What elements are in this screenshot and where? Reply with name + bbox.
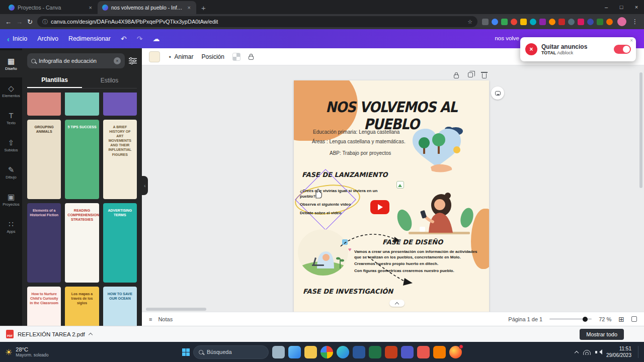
extension-icon[interactable] (482, 19, 489, 25)
reload-icon[interactable]: ↻ (27, 18, 33, 26)
collapse-panel-pill[interactable] (389, 300, 405, 307)
sidebar-item-diseno[interactable]: ▦ Diseño (0, 50, 22, 77)
redo-icon[interactable]: ↷ (137, 35, 143, 43)
background-color-swatch[interactable] (149, 51, 160, 62)
tab-estilos[interactable]: Estilos (82, 72, 137, 88)
zoom-slider-knob[interactable] (583, 317, 588, 322)
filter-icon[interactable] (129, 57, 137, 64)
edge-icon[interactable] (337, 346, 349, 358)
extension-icon[interactable] (501, 19, 508, 25)
delete-page-icon[interactable] (482, 73, 487, 78)
close-tab-icon[interactable]: × (88, 5, 93, 11)
extension-icon[interactable] (558, 19, 565, 25)
download-file-name[interactable]: REFLEXIÓN TAREA 2.pdf (18, 331, 85, 337)
extension-icon[interactable] (578, 19, 584, 25)
sidebar-item-apps[interactable]: ∷ Apps (0, 213, 22, 240)
design-title[interactable]: nos volve (495, 35, 519, 41)
home-button[interactable]: Inicio (13, 35, 27, 42)
template-thumbnail[interactable]: READING COMPREHENSION STRATEGIES (65, 203, 99, 283)
extension-icon[interactable] (539, 19, 546, 25)
extension-icon[interactable] (530, 19, 536, 25)
powerpoint-icon[interactable] (385, 346, 397, 358)
wifi-icon[interactable] (583, 349, 591, 355)
show-all-downloads-button[interactable]: Mostrar todo (580, 329, 624, 340)
tab-proyectos[interactable]: Proyectos - Canva × (4, 1, 98, 14)
extension-icon[interactable] (511, 19, 517, 25)
template-thumbnail[interactable]: Elements of a Historical Fiction (27, 203, 61, 283)
lock-page-icon[interactable] (454, 74, 459, 78)
taskbar-clock[interactable]: 11:51 29/06/2023 (606, 345, 631, 358)
excel-icon[interactable] (369, 346, 381, 358)
horizontal-scrollbar[interactable] (146, 308, 206, 311)
youtube-play-button[interactable] (370, 200, 389, 214)
template-thumbnail[interactable]: A BRIEF HISTORY OF ART MOVEMENTS AND THE… (103, 120, 137, 199)
vlc-icon[interactable] (433, 346, 446, 358)
forward-icon[interactable]: → (16, 18, 23, 26)
template-thumbnail[interactable] (65, 93, 99, 116)
phase-diseno-title[interactable]: FASE DE DISEÑO (382, 238, 443, 246)
hidden-icons-chevron[interactable] (575, 350, 579, 354)
extension-icon[interactable] (520, 19, 527, 25)
search-input[interactable] (39, 58, 111, 64)
maximize-button[interactable]: □ (614, 0, 629, 14)
tab-plantillas[interactable]: Plantillas (27, 72, 82, 88)
panel-collapse-handle[interactable]: ‹ (142, 176, 148, 195)
close-window-button[interactable]: × (629, 0, 644, 14)
woman-laptop-illustration[interactable] (298, 229, 348, 276)
phase-lanzamiento-title[interactable]: FASE DE LANZAMIENTO (302, 171, 388, 178)
close-tab-icon[interactable]: × (187, 5, 192, 11)
fullscreen-icon[interactable] (631, 316, 637, 322)
minimize-button[interactable]: – (599, 0, 614, 14)
back-icon[interactable]: ← (5, 18, 12, 26)
file-explorer-icon[interactable] (304, 346, 317, 358)
teams-icon[interactable] (401, 346, 414, 358)
resize-button[interactable]: Redimensionar (68, 35, 111, 42)
tab-design[interactable]: nos volvemos al pueblo - Infogr × (98, 1, 196, 14)
extension-icon[interactable] (568, 19, 575, 25)
profile-avatar[interactable] (617, 17, 626, 26)
canvas-area[interactable]: NOS VOLVEMOS AL PUEBLO Educación primari… (142, 65, 644, 312)
show-desktop-strip[interactable] (638, 346, 639, 358)
volume-icon[interactable] (595, 349, 602, 355)
adblock-toggle[interactable] (614, 45, 631, 54)
zoom-slider[interactable] (549, 318, 592, 320)
task-view-icon[interactable] (272, 346, 285, 358)
taskbar-search[interactable]: Búsqueda (193, 345, 269, 359)
bookmark-star-icon[interactable]: ☆ (467, 19, 472, 25)
template-thumbnail[interactable]: 5 TIPS SUCCESS (65, 120, 99, 199)
url-bar[interactable]: ⓘ canva.com/design/DAFnAu4X98A/PbPxqePPv… (37, 16, 477, 27)
template-thumbnail[interactable]: GROUPING ANIMALS (27, 120, 61, 199)
diseno-text[interactable]: Vamos a crear una presentación con infor… (354, 249, 480, 275)
lock-icon[interactable] (249, 56, 254, 60)
chrome-icon[interactable] (320, 346, 333, 358)
sidebar-item-subidos[interactable]: ⇧ Subidos (0, 132, 22, 159)
extension-icon[interactable] (492, 19, 498, 25)
phase-investigacion-title[interactable]: FASE DE INVESTIGACIÓN (303, 288, 393, 295)
position-button[interactable]: Posición (202, 53, 224, 60)
word-icon[interactable] (353, 346, 365, 358)
zoom-level[interactable]: 72 % (599, 316, 611, 322)
comment-button[interactable] (491, 86, 504, 100)
heart-trees-illustration[interactable] (407, 125, 467, 175)
woman-phone-illustration[interactable] (393, 183, 474, 240)
sidebar-item-proyectos[interactable]: ▣ Proyectos (0, 186, 22, 213)
template-thumbnail[interactable]: MATHEMATICS (103, 93, 137, 116)
extension-icon[interactable] (606, 19, 613, 25)
site-info-icon[interactable]: ⓘ (42, 18, 48, 26)
browser-menu-icon[interactable]: ⋮ (631, 18, 639, 25)
popup-close-icon[interactable]: × (630, 38, 633, 43)
extension-icon[interactable] (597, 19, 603, 25)
animate-button[interactable]: ⋆ Animar (168, 53, 194, 60)
download-menu-chevron[interactable] (89, 333, 93, 337)
subject-line[interactable]: Educación primaria: Lengua castellana (313, 129, 399, 135)
template-thumbnail[interactable]: Los mapas a través de los siglos (65, 287, 99, 326)
weather-widget[interactable]: ☀ 28°C Mayorm. soleado (5, 346, 49, 357)
design-page[interactable]: NOS VOLVEMOS AL PUEBLO Educación primari… (294, 80, 489, 312)
template-thumbnail[interactable]: How to Nurture Child's Curiosity in the … (27, 287, 61, 326)
areas-line[interactable]: Áreas : Lengua castellana y matemáticas. (312, 139, 406, 144)
extension-icon[interactable] (549, 19, 555, 25)
photos-icon[interactable] (417, 346, 430, 358)
file-menu-button[interactable]: Archivo (37, 35, 58, 42)
vertical-scrollbar[interactable] (639, 72, 642, 188)
new-tab-button[interactable]: + (196, 1, 211, 14)
